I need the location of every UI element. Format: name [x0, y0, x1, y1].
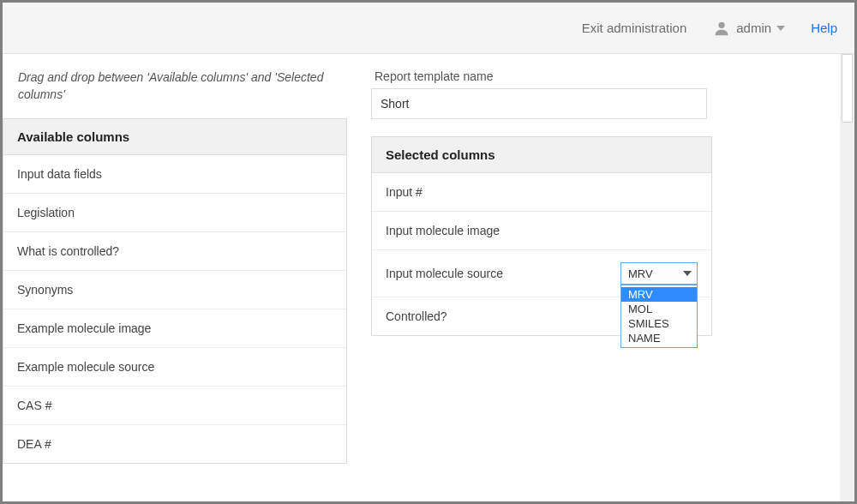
list-item-label: Input #: [386, 185, 423, 199]
dropdown-option[interactable]: NAME: [621, 331, 697, 345]
user-label: admin: [736, 21, 771, 35]
window: Exit administration admin Help Drag and …: [0, 0, 857, 504]
topbar: Exit administration admin Help: [3, 3, 854, 54]
list-item[interactable]: Legislation: [3, 194, 346, 232]
selected-columns-list: Input # Input molecule image Input molec…: [372, 173, 711, 335]
dropdown-option[interactable]: MRV: [621, 287, 697, 302]
list-item-label: DEA #: [17, 437, 51, 451]
scrollbar-thumb[interactable]: [842, 54, 853, 123]
left-column: Drag and drop between 'Available columns…: [3, 54, 347, 501]
hint-text: Drag and drop between 'Available columns…: [3, 69, 347, 118]
user-icon: [712, 19, 731, 38]
available-columns-header: Available columns: [3, 119, 346, 155]
list-item-label: What is controlled?: [17, 244, 119, 258]
help-link[interactable]: Help: [811, 21, 837, 35]
list-item-label: Input data fields: [17, 167, 102, 181]
template-name-input[interactable]: [371, 88, 707, 119]
list-item[interactable]: Input molecule source MRV MRV MOL SMILES…: [372, 250, 711, 297]
exit-administration-label: Exit administration: [582, 21, 687, 35]
user-menu[interactable]: admin: [712, 19, 785, 38]
caret-down-icon: [776, 26, 785, 31]
list-item-label: Synonyms: [17, 283, 73, 297]
template-name-label: Report template name: [366, 69, 846, 83]
list-item[interactable]: What is controlled?: [3, 232, 346, 271]
list-item[interactable]: Input molecule image: [372, 212, 711, 250]
triangle-down-icon: [683, 271, 692, 276]
dropdown-option[interactable]: MOL: [621, 302, 697, 316]
format-select-wrap: MRV MRV MOL SMILES NAME: [620, 262, 698, 285]
svg-point-0: [719, 21, 725, 27]
dropdown-option-label: MRV: [628, 288, 653, 301]
list-item-label: CAS #: [17, 399, 51, 412]
help-label: Help: [811, 21, 837, 35]
dropdown-option-label: NAME: [628, 332, 661, 345]
format-select-value: MRV: [628, 267, 653, 280]
list-item[interactable]: Example molecule image: [3, 309, 346, 348]
format-dropdown: MRV MOL SMILES NAME: [620, 285, 698, 348]
list-item[interactable]: Input #: [372, 173, 711, 212]
list-item[interactable]: DEA #: [3, 425, 346, 463]
list-item[interactable]: Synonyms: [3, 271, 346, 309]
list-item[interactable]: CAS #: [3, 387, 346, 425]
scrollbar[interactable]: [840, 54, 854, 501]
dropdown-option[interactable]: SMILES: [621, 316, 697, 331]
list-item[interactable]: Input data fields: [3, 155, 346, 194]
list-item-label: Input molecule source: [386, 267, 503, 280]
list-item-label: Input molecule image: [386, 224, 500, 237]
dropdown-option-label: SMILES: [628, 317, 669, 330]
list-item-label: Example molecule source: [17, 360, 154, 374]
format-select[interactable]: MRV: [620, 262, 698, 285]
selected-columns-header: Selected columns: [372, 137, 711, 173]
list-item-label: Controlled?: [386, 309, 447, 323]
available-columns-list: Input data fields Legislation What is co…: [3, 155, 346, 463]
list-item[interactable]: Example molecule source: [3, 348, 346, 387]
exit-administration-link[interactable]: Exit administration: [582, 21, 687, 35]
available-columns-panel: Available columns Input data fields Legi…: [3, 118, 347, 464]
right-column: Report template name Selected columns In…: [347, 54, 854, 501]
content: Drag and drop between 'Available columns…: [3, 54, 854, 501]
list-item-label: Legislation: [17, 206, 75, 219]
dropdown-option-label: MOL: [628, 303, 652, 315]
selected-columns-panel: Selected columns Input # Input molecule …: [371, 136, 712, 336]
list-item-label: Example molecule image: [17, 321, 151, 335]
